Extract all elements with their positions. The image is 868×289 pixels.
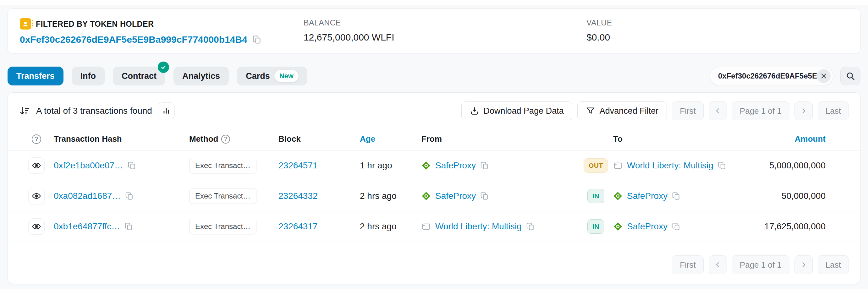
table-header-row: ? Transaction Hash Method ? Block Age Fr… — [8, 128, 860, 151]
safe-icon — [613, 191, 623, 201]
first-page-button[interactable]: First — [672, 101, 704, 120]
direction-badge: IN — [587, 189, 604, 203]
eye-icon — [32, 161, 41, 170]
contract-verified-icon — [158, 62, 169, 73]
last-page-button[interactable]: Last — [818, 255, 849, 274]
table-row: 0xa082ad1687… Exec Transact… 23264332 2 … — [8, 181, 860, 212]
view-transaction-button[interactable] — [28, 157, 44, 174]
tab-analytics[interactable]: Analytics — [174, 67, 229, 86]
copy-icon[interactable] — [480, 161, 489, 170]
block-link[interactable]: 23264317 — [278, 221, 318, 231]
chevron-right-icon — [800, 107, 807, 115]
tab-transfers[interactable]: Transfers — [7, 67, 63, 86]
amount-text: 17,625,000,000 — [764, 221, 826, 231]
value-section: VALUE $0.00 — [577, 9, 860, 53]
block-link[interactable]: 23264332 — [278, 191, 318, 201]
page-indicator: Page 1 of 1 — [732, 101, 789, 120]
search-button[interactable] — [840, 67, 861, 85]
view-transaction-button[interactable] — [28, 188, 44, 204]
filter-section: FILTERED BY TOKEN HOLDER 0xFef30c262676d… — [8, 9, 294, 53]
method-badge[interactable]: Exec Transact… — [189, 219, 256, 234]
clear-filter-button[interactable] — [817, 69, 831, 83]
advanced-filter-button[interactable]: Advanced Filter — [577, 101, 667, 120]
transactions-card: A total of 3 transactions found Download… — [7, 92, 861, 284]
method-badge[interactable]: Exec Transact… — [189, 188, 256, 204]
transaction-hash-link[interactable]: 0xb1e64877ffc… — [54, 221, 120, 231]
safe-icon — [422, 191, 431, 201]
value-amount: $0.00 — [586, 32, 610, 43]
first-page-button[interactable]: First — [672, 255, 704, 274]
header-from: From — [422, 134, 579, 144]
age-text: 2 hrs ago — [360, 221, 397, 231]
search-filter-pill[interactable]: 0xFef30c262676dE9AF5e5E9… — [710, 67, 833, 85]
previous-page-button[interactable] — [709, 101, 727, 120]
wallet-icon — [422, 222, 431, 231]
header-age-sort[interactable]: Age — [360, 134, 422, 144]
value-label: VALUE — [586, 18, 851, 27]
filter-label: FILTERED BY TOKEN HOLDER — [36, 20, 154, 29]
copy-icon[interactable] — [124, 222, 133, 231]
transaction-hash-link[interactable]: 0xa082ad1687… — [54, 191, 121, 201]
from-address-link[interactable]: World Liberty: Multisig — [435, 221, 522, 231]
filter-summary-card: FILTERED BY TOKEN HOLDER 0xFef30c262676d… — [7, 8, 861, 54]
tab-cards[interactable]: Cards New — [237, 67, 307, 86]
filter-funnel-icon — [586, 106, 595, 116]
chevron-right-icon — [800, 261, 807, 268]
safe-icon — [422, 161, 431, 170]
method-help-icon[interactable]: ? — [221, 135, 230, 143]
eye-icon — [32, 222, 41, 231]
header-method: Method — [189, 134, 218, 144]
age-text: 1 hr ago — [360, 161, 392, 170]
new-badge: New — [274, 70, 299, 82]
copy-icon[interactable] — [526, 222, 535, 231]
from-address-link[interactable]: SafeProxy — [435, 191, 476, 201]
header-amount-sort[interactable]: Amount — [795, 134, 826, 144]
tab-info[interactable]: Info — [72, 67, 105, 86]
method-badge[interactable]: Exec Transact… — [189, 158, 256, 173]
page-indicator: Page 1 of 1 — [732, 255, 789, 274]
download-page-data-button[interactable]: Download Page Data — [461, 101, 572, 120]
header-transaction-hash: Transaction Hash — [54, 134, 189, 144]
balance-section: BALANCE 12,675,000,000 WLFI — [294, 9, 577, 53]
table-body: 0xf2e1ba00e07… Exec Transact… 23264571 1… — [8, 151, 860, 242]
next-page-button[interactable] — [795, 101, 813, 120]
copy-icon[interactable] — [128, 161, 136, 170]
chevron-left-icon — [714, 107, 721, 115]
header-to: To — [613, 134, 746, 144]
to-address-link[interactable]: SafeProxy — [627, 191, 668, 201]
copy-icon[interactable] — [125, 192, 134, 200]
chevron-left-icon — [714, 261, 721, 268]
last-page-button[interactable]: Last — [818, 101, 849, 120]
bottom-pagination: First Page 1 of 1 Last — [8, 248, 860, 284]
total-transactions-text: A total of 3 transactions found — [36, 106, 152, 116]
copy-icon[interactable] — [718, 161, 726, 170]
amount-text: 5,000,000,000 — [769, 161, 826, 170]
table-row: 0xf2e1ba00e07… Exec Transact… 23264571 1… — [8, 151, 860, 181]
holder-address-link[interactable]: 0xFef30c262676dE9AF5e5E9Ba999cF774000b14… — [20, 34, 247, 45]
chart-view-button[interactable] — [158, 102, 175, 119]
header-block: Block — [278, 134, 360, 144]
table-toolbar: A total of 3 transactions found Download… — [8, 93, 860, 128]
transaction-hash-link[interactable]: 0xf2e1ba00e07… — [54, 161, 123, 170]
from-address-link[interactable]: SafeProxy — [435, 161, 476, 170]
search-filter-value: 0xFef30c262676dE9AF5e5E9… — [718, 72, 817, 81]
table-row: 0xb1e64877ffc… Exec Transact… 23264317 2… — [8, 212, 860, 242]
help-icon[interactable]: ? — [32, 134, 41, 144]
balance-label: BALANCE — [304, 18, 567, 27]
tab-contract[interactable]: Contract — [113, 67, 165, 86]
tab-bar: Transfers Info Contract Analytics Cards … — [7, 66, 861, 86]
sort-icon — [19, 105, 30, 117]
copy-icon[interactable] — [672, 222, 681, 231]
to-address-link[interactable]: SafeProxy — [627, 221, 668, 231]
copy-icon[interactable] — [252, 35, 262, 44]
copy-icon[interactable] — [480, 192, 489, 200]
copy-icon[interactable] — [672, 192, 681, 200]
view-transaction-button[interactable] — [28, 218, 44, 235]
next-page-button[interactable] — [795, 255, 813, 274]
to-address-link[interactable]: World Liberty: Multisig — [627, 161, 713, 170]
block-link[interactable]: 23264571 — [278, 161, 318, 170]
balance-value: 12,675,000,000 WLFI — [304, 32, 394, 43]
page-top-strip — [0, 0, 868, 5]
previous-page-button[interactable] — [709, 255, 727, 274]
eye-icon — [32, 191, 41, 201]
